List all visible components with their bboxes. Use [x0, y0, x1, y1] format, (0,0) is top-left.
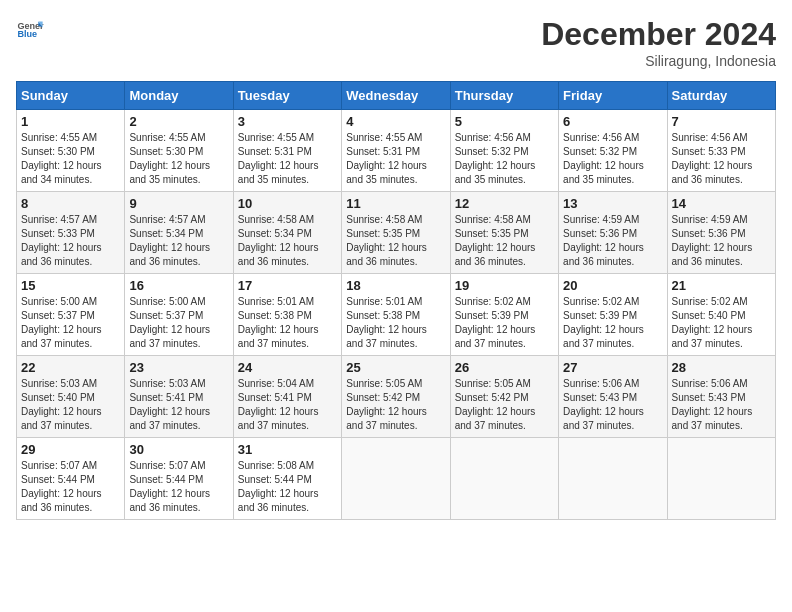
col-header-monday: Monday: [125, 82, 233, 110]
calendar-cell: 2 Sunrise: 4:55 AMSunset: 5:30 PMDayligh…: [125, 110, 233, 192]
col-header-sunday: Sunday: [17, 82, 125, 110]
day-info: Sunrise: 5:03 AMSunset: 5:40 PMDaylight:…: [21, 378, 102, 431]
day-number: 21: [672, 278, 771, 293]
day-number: 7: [672, 114, 771, 129]
day-info: Sunrise: 4:58 AMSunset: 5:35 PMDaylight:…: [455, 214, 536, 267]
day-number: 27: [563, 360, 662, 375]
calendar-week-5: 29 Sunrise: 5:07 AMSunset: 5:44 PMDaylig…: [17, 438, 776, 520]
day-number: 14: [672, 196, 771, 211]
day-number: 30: [129, 442, 228, 457]
calendar-cell: 10 Sunrise: 4:58 AMSunset: 5:34 PMDaylig…: [233, 192, 341, 274]
calendar-week-2: 8 Sunrise: 4:57 AMSunset: 5:33 PMDayligh…: [17, 192, 776, 274]
calendar-cell: 14 Sunrise: 4:59 AMSunset: 5:36 PMDaylig…: [667, 192, 775, 274]
calendar-cell: 16 Sunrise: 5:00 AMSunset: 5:37 PMDaylig…: [125, 274, 233, 356]
day-info: Sunrise: 4:55 AMSunset: 5:30 PMDaylight:…: [129, 132, 210, 185]
calendar-cell: 6 Sunrise: 4:56 AMSunset: 5:32 PMDayligh…: [559, 110, 667, 192]
day-info: Sunrise: 4:59 AMSunset: 5:36 PMDaylight:…: [672, 214, 753, 267]
day-info: Sunrise: 4:56 AMSunset: 5:32 PMDaylight:…: [455, 132, 536, 185]
calendar-cell: 22 Sunrise: 5:03 AMSunset: 5:40 PMDaylig…: [17, 356, 125, 438]
calendar-cell: 9 Sunrise: 4:57 AMSunset: 5:34 PMDayligh…: [125, 192, 233, 274]
calendar-cell: 17 Sunrise: 5:01 AMSunset: 5:38 PMDaylig…: [233, 274, 341, 356]
day-info: Sunrise: 5:02 AMSunset: 5:40 PMDaylight:…: [672, 296, 753, 349]
calendar-cell: 20 Sunrise: 5:02 AMSunset: 5:39 PMDaylig…: [559, 274, 667, 356]
day-info: Sunrise: 5:05 AMSunset: 5:42 PMDaylight:…: [346, 378, 427, 431]
day-number: 4: [346, 114, 445, 129]
day-number: 12: [455, 196, 554, 211]
day-info: Sunrise: 5:07 AMSunset: 5:44 PMDaylight:…: [21, 460, 102, 513]
day-number: 3: [238, 114, 337, 129]
day-number: 25: [346, 360, 445, 375]
day-info: Sunrise: 5:03 AMSunset: 5:41 PMDaylight:…: [129, 378, 210, 431]
logo-icon: General Blue: [16, 16, 44, 44]
day-info: Sunrise: 5:04 AMSunset: 5:41 PMDaylight:…: [238, 378, 319, 431]
day-number: 20: [563, 278, 662, 293]
day-number: 18: [346, 278, 445, 293]
day-number: 10: [238, 196, 337, 211]
day-number: 1: [21, 114, 120, 129]
col-header-wednesday: Wednesday: [342, 82, 450, 110]
calendar-header-row: SundayMondayTuesdayWednesdayThursdayFrid…: [17, 82, 776, 110]
day-number: 13: [563, 196, 662, 211]
calendar-cell: 27 Sunrise: 5:06 AMSunset: 5:43 PMDaylig…: [559, 356, 667, 438]
calendar-cell: [450, 438, 558, 520]
day-number: 16: [129, 278, 228, 293]
title-block: December 2024 Siliragung, Indonesia: [541, 16, 776, 69]
calendar-week-1: 1 Sunrise: 4:55 AMSunset: 5:30 PMDayligh…: [17, 110, 776, 192]
day-number: 19: [455, 278, 554, 293]
col-header-tuesday: Tuesday: [233, 82, 341, 110]
calendar-cell: 3 Sunrise: 4:55 AMSunset: 5:31 PMDayligh…: [233, 110, 341, 192]
calendar-cell: 25 Sunrise: 5:05 AMSunset: 5:42 PMDaylig…: [342, 356, 450, 438]
day-info: Sunrise: 5:00 AMSunset: 5:37 PMDaylight:…: [21, 296, 102, 349]
calendar-cell: 31 Sunrise: 5:08 AMSunset: 5:44 PMDaylig…: [233, 438, 341, 520]
day-info: Sunrise: 5:06 AMSunset: 5:43 PMDaylight:…: [563, 378, 644, 431]
day-info: Sunrise: 5:07 AMSunset: 5:44 PMDaylight:…: [129, 460, 210, 513]
day-info: Sunrise: 4:55 AMSunset: 5:30 PMDaylight:…: [21, 132, 102, 185]
calendar-cell: 18 Sunrise: 5:01 AMSunset: 5:38 PMDaylig…: [342, 274, 450, 356]
day-number: 2: [129, 114, 228, 129]
calendar-cell: 19 Sunrise: 5:02 AMSunset: 5:39 PMDaylig…: [450, 274, 558, 356]
day-number: 17: [238, 278, 337, 293]
calendar-cell: [559, 438, 667, 520]
calendar-cell: 13 Sunrise: 4:59 AMSunset: 5:36 PMDaylig…: [559, 192, 667, 274]
day-number: 31: [238, 442, 337, 457]
day-info: Sunrise: 5:01 AMSunset: 5:38 PMDaylight:…: [238, 296, 319, 349]
day-number: 11: [346, 196, 445, 211]
day-number: 8: [21, 196, 120, 211]
day-info: Sunrise: 5:08 AMSunset: 5:44 PMDaylight:…: [238, 460, 319, 513]
col-header-friday: Friday: [559, 82, 667, 110]
day-info: Sunrise: 5:02 AMSunset: 5:39 PMDaylight:…: [563, 296, 644, 349]
calendar-week-3: 15 Sunrise: 5:00 AMSunset: 5:37 PMDaylig…: [17, 274, 776, 356]
calendar-cell: 11 Sunrise: 4:58 AMSunset: 5:35 PMDaylig…: [342, 192, 450, 274]
day-info: Sunrise: 4:55 AMSunset: 5:31 PMDaylight:…: [346, 132, 427, 185]
logo: General Blue: [16, 16, 44, 44]
day-info: Sunrise: 5:05 AMSunset: 5:42 PMDaylight:…: [455, 378, 536, 431]
calendar-cell: 7 Sunrise: 4:56 AMSunset: 5:33 PMDayligh…: [667, 110, 775, 192]
day-number: 9: [129, 196, 228, 211]
calendar-cell: 29 Sunrise: 5:07 AMSunset: 5:44 PMDaylig…: [17, 438, 125, 520]
calendar-cell: 5 Sunrise: 4:56 AMSunset: 5:32 PMDayligh…: [450, 110, 558, 192]
day-info: Sunrise: 5:00 AMSunset: 5:37 PMDaylight:…: [129, 296, 210, 349]
calendar-cell: 24 Sunrise: 5:04 AMSunset: 5:41 PMDaylig…: [233, 356, 341, 438]
day-number: 5: [455, 114, 554, 129]
day-number: 29: [21, 442, 120, 457]
day-info: Sunrise: 5:06 AMSunset: 5:43 PMDaylight:…: [672, 378, 753, 431]
calendar-cell: 28 Sunrise: 5:06 AMSunset: 5:43 PMDaylig…: [667, 356, 775, 438]
day-info: Sunrise: 4:56 AMSunset: 5:33 PMDaylight:…: [672, 132, 753, 185]
day-info: Sunrise: 4:59 AMSunset: 5:36 PMDaylight:…: [563, 214, 644, 267]
day-number: 23: [129, 360, 228, 375]
calendar-cell: 8 Sunrise: 4:57 AMSunset: 5:33 PMDayligh…: [17, 192, 125, 274]
calendar-cell: [342, 438, 450, 520]
calendar-cell: 30 Sunrise: 5:07 AMSunset: 5:44 PMDaylig…: [125, 438, 233, 520]
day-info: Sunrise: 5:02 AMSunset: 5:39 PMDaylight:…: [455, 296, 536, 349]
day-number: 24: [238, 360, 337, 375]
day-info: Sunrise: 4:58 AMSunset: 5:35 PMDaylight:…: [346, 214, 427, 267]
calendar-cell: 1 Sunrise: 4:55 AMSunset: 5:30 PMDayligh…: [17, 110, 125, 192]
day-info: Sunrise: 4:58 AMSunset: 5:34 PMDaylight:…: [238, 214, 319, 267]
calendar-cell: 21 Sunrise: 5:02 AMSunset: 5:40 PMDaylig…: [667, 274, 775, 356]
day-number: 15: [21, 278, 120, 293]
day-info: Sunrise: 5:01 AMSunset: 5:38 PMDaylight:…: [346, 296, 427, 349]
day-number: 6: [563, 114, 662, 129]
calendar-cell: [667, 438, 775, 520]
calendar-cell: 12 Sunrise: 4:58 AMSunset: 5:35 PMDaylig…: [450, 192, 558, 274]
col-header-saturday: Saturday: [667, 82, 775, 110]
